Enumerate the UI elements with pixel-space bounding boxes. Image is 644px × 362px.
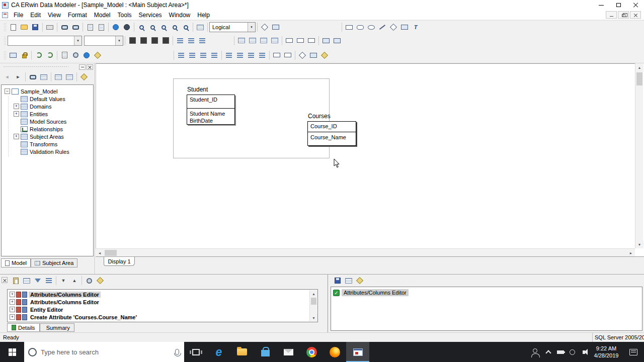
search-icon[interactable] <box>27 71 38 82</box>
bell-icon[interactable] <box>84 275 95 286</box>
spell-check-icon[interactable] <box>59 50 70 61</box>
tab-details[interactable]: Details <box>7 323 40 332</box>
increase-font-icon[interactable] <box>175 35 186 46</box>
style-icon[interactable] <box>197 35 208 46</box>
diamond-icon[interactable] <box>297 50 308 61</box>
log-row[interactable]: + Entity Editor <box>8 306 317 313</box>
rounded-rect-tool-icon[interactable] <box>355 22 366 33</box>
frame-icon[interactable] <box>308 50 319 61</box>
save-icon[interactable] <box>30 22 41 33</box>
tree-item-entities[interactable]: + Entities <box>2 110 93 118</box>
tag-icon[interactable] <box>95 275 106 286</box>
grid-view-icon[interactable] <box>343 275 354 286</box>
new-icon[interactable] <box>8 22 19 33</box>
zoom-in-icon[interactable] <box>136 22 147 33</box>
collapse-tree-icon[interactable] <box>64 71 75 82</box>
expand-toggle[interactable]: + <box>10 307 15 312</box>
editor-history-row[interactable]: ✓ Attributes/Columns Editor <box>333 289 642 296</box>
text-tool-icon[interactable]: T <box>410 22 421 33</box>
menu-help[interactable]: Help <box>194 10 213 20</box>
line-color-icon[interactable] <box>149 35 160 46</box>
tag-icon[interactable] <box>319 50 330 61</box>
display-entities-icon[interactable] <box>236 35 247 46</box>
tree-item-relationships[interactable]: Relationships <box>2 125 93 133</box>
fill-color-icon[interactable] <box>138 35 149 46</box>
menu-services[interactable]: Services <box>135 10 166 20</box>
taskbar-clock[interactable]: 9:22 AM 4/28/2019 <box>590 345 623 359</box>
complete-compare-icon[interactable] <box>110 22 121 33</box>
line-tool-icon[interactable] <box>377 22 388 33</box>
expand-tree-icon[interactable] <box>53 71 64 82</box>
people-icon[interactable] <box>527 342 542 362</box>
same-height-icon[interactable] <box>282 50 293 61</box>
menu-view[interactable]: View <box>44 10 64 20</box>
layout-symmetric-icon[interactable] <box>306 35 317 46</box>
menu-format[interactable]: Format <box>64 10 91 20</box>
expand-toggle[interactable]: + <box>10 299 15 305</box>
align-bottom-icon[interactable] <box>234 50 246 61</box>
tree-item-default-values[interactable]: Default Values <box>2 95 93 103</box>
tab-subject-area[interactable]: Subject Area <box>31 258 77 267</box>
expand-toggle[interactable]: + <box>10 292 15 297</box>
close-button[interactable] <box>627 0 644 10</box>
log-row[interactable]: + Create Attribute 'Courses.Course_Name' <box>8 313 317 321</box>
horizontal-scrollbar[interactable]: ◄ ► <box>96 248 635 256</box>
scroll-thumb[interactable] <box>105 250 117 256</box>
show-hidden-icons-chevron[interactable] <box>542 342 554 362</box>
entity-name-student[interactable]: Student <box>187 86 208 93</box>
mdi-restore-button[interactable] <box>618 11 629 19</box>
find-icon[interactable] <box>59 22 70 33</box>
task-view-button[interactable] <box>184 342 207 362</box>
menu-window[interactable]: Window <box>166 10 194 20</box>
menu-model[interactable]: Model <box>91 10 114 20</box>
panel-grip[interactable] <box>3 66 68 68</box>
mdi-document-icon[interactable] <box>2 12 8 18</box>
decrease-font-icon[interactable] <box>186 35 197 46</box>
tree-item-subject-areas[interactable]: + Subject Areas <box>2 133 93 140</box>
polygon-tool-icon[interactable] <box>388 22 399 33</box>
tree-item-model-sources[interactable]: Model Sources <box>2 118 93 125</box>
entity-name-courses[interactable]: Courses <box>308 113 331 120</box>
tree-root-sample-model[interactable]: − Sample_Model <box>2 87 93 95</box>
mdi-close-button[interactable] <box>630 11 641 19</box>
derive-icon[interactable] <box>270 22 281 33</box>
toolbar-grip[interactable] <box>4 23 6 32</box>
taskbar-file-explorer[interactable] <box>230 342 254 362</box>
report-designer-icon[interactable] <box>96 22 107 33</box>
minimize-button[interactable] <box>593 0 610 10</box>
search-input[interactable] <box>41 348 171 356</box>
back-icon[interactable]: ◄ <box>2 71 13 82</box>
zoom-out-icon[interactable] <box>147 22 158 33</box>
mdi-minimize-button[interactable] <box>606 11 617 19</box>
tag-icon[interactable] <box>354 275 365 286</box>
open-icon[interactable] <box>19 22 30 33</box>
lock-icon[interactable] <box>19 50 30 61</box>
frame-tool-icon[interactable] <box>399 22 410 33</box>
taskbar-mail[interactable] <box>277 342 300 362</box>
menu-file[interactable]: File <box>10 10 27 20</box>
microphone-icon[interactable] <box>175 349 179 355</box>
distribute-vertical-icon[interactable] <box>257 50 268 61</box>
start-button[interactable] <box>0 342 24 362</box>
menu-edit[interactable]: Edit <box>27 10 44 20</box>
toolbar-grip[interactable] <box>4 36 6 45</box>
report-icon[interactable] <box>85 22 96 33</box>
scroll-left-button[interactable]: ◄ <box>96 249 104 257</box>
align-middle-icon[interactable] <box>223 50 234 61</box>
tree-item-transforms[interactable]: Transforms <box>2 140 93 148</box>
tab-summary[interactable]: Summary <box>40 323 74 332</box>
refresh-icon[interactable] <box>33 50 44 61</box>
tab-model[interactable]: Model <box>1 258 31 267</box>
panel-close-button[interactable] <box>87 64 93 70</box>
maximize-button[interactable] <box>610 0 627 10</box>
find-next-icon[interactable] <box>70 22 81 33</box>
filter-icon[interactable] <box>32 275 43 286</box>
font-size-dropdown[interactable]: ▼ <box>84 36 123 46</box>
scroll-down-button[interactable]: ▼ <box>310 314 317 321</box>
same-size-icon[interactable] <box>271 50 282 61</box>
ellipse-tool-icon[interactable] <box>366 22 377 33</box>
scroll-thumb[interactable] <box>636 72 642 85</box>
entity-courses[interactable]: Course_ID Course_Name <box>307 121 356 146</box>
zoom-100-icon[interactable] <box>158 22 169 33</box>
details-grid-icon[interactable] <box>21 275 32 286</box>
